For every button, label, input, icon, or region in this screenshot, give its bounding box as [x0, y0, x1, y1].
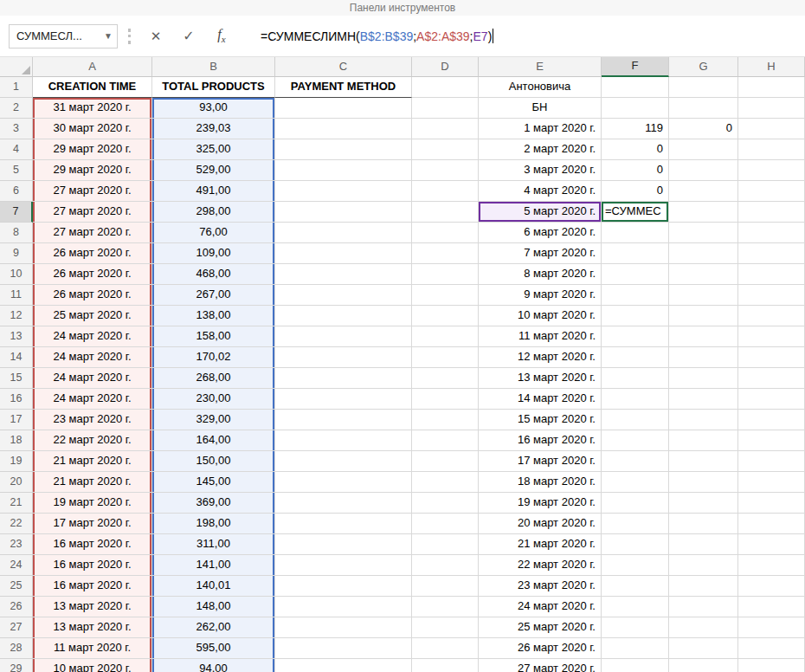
row-header-24[interactable]: 24 [0, 555, 33, 576]
cell-E3[interactable]: 1 март 2020 г. [479, 119, 602, 139]
cell-A4[interactable]: 29 март 2020 г. [33, 139, 152, 160]
cell-B6[interactable]: 491,00 [152, 181, 275, 202]
cell-D19[interactable] [412, 451, 479, 472]
cell-D15[interactable] [412, 368, 479, 389]
cell-C27[interactable] [275, 617, 412, 638]
cell-D29[interactable] [412, 659, 479, 672]
cell-G4[interactable] [669, 139, 738, 160]
cell-E24[interactable]: 22 март 2020 г. [479, 555, 602, 576]
cell-D7[interactable] [412, 202, 479, 223]
cell-H24[interactable] [738, 555, 805, 576]
cell-G15[interactable] [669, 368, 738, 389]
cell-A10[interactable]: 26 март 2020 г. [33, 264, 152, 285]
cell-F6[interactable]: 0 [602, 181, 669, 202]
cell-F19[interactable] [602, 451, 669, 472]
cell-E29[interactable]: 27 март 2020 г. [479, 659, 602, 672]
cell-G29[interactable] [669, 659, 738, 672]
cell-H25[interactable] [738, 576, 805, 597]
cell-H29[interactable] [738, 659, 805, 672]
cell-H17[interactable] [738, 410, 805, 430]
cell-H7[interactable] [738, 202, 805, 223]
cell-B18[interactable]: 164,00 [152, 430, 275, 451]
cell-H21[interactable] [738, 493, 805, 514]
cell-E16[interactable]: 14 март 2020 г. [479, 389, 602, 410]
row-header-28[interactable]: 28 [0, 638, 33, 659]
cell-C16[interactable] [275, 389, 412, 410]
cell-F16[interactable] [602, 389, 669, 410]
cell-G3[interactable]: 0 [669, 119, 738, 139]
cell-A12[interactable]: 25 март 2020 г. [33, 306, 152, 326]
column-header-E[interactable]: E [479, 57, 602, 77]
cell-G27[interactable] [669, 617, 738, 638]
cell-D5[interactable] [412, 160, 479, 181]
cell-A25[interactable]: 16 март 2020 г. [33, 576, 152, 597]
cell-B29[interactable]: 94,00 [152, 659, 275, 672]
cell-G2[interactable] [669, 98, 738, 119]
column-header-A[interactable]: A [33, 57, 152, 77]
column-header-D[interactable]: D [412, 57, 479, 77]
cell-G26[interactable] [669, 597, 738, 617]
cell-F28[interactable] [602, 638, 669, 659]
cell-D23[interactable] [412, 534, 479, 555]
cell-C10[interactable] [275, 264, 412, 285]
cell-A22[interactable]: 17 март 2020 г. [33, 514, 152, 534]
cell-A9[interactable]: 26 март 2020 г. [33, 243, 152, 264]
insert-function-icon[interactable]: fx [209, 27, 235, 44]
row-header-13[interactable]: 13 [0, 326, 33, 347]
cell-G12[interactable] [669, 306, 738, 326]
cell-B13[interactable]: 158,00 [152, 326, 275, 347]
cell-E10[interactable]: 8 март 2020 г. [479, 264, 602, 285]
cell-G16[interactable] [669, 389, 738, 410]
cell-B2[interactable]: 93,00 [152, 98, 275, 119]
cell-C23[interactable] [275, 534, 412, 555]
cell-C3[interactable] [275, 119, 412, 139]
cell-D11[interactable] [412, 285, 479, 306]
cell-D10[interactable] [412, 264, 479, 285]
row-header-16[interactable]: 16 [0, 389, 33, 410]
cell-D1[interactable] [412, 77, 479, 98]
cell-F24[interactable] [602, 555, 669, 576]
row-header-8[interactable]: 8 [0, 223, 33, 243]
cell-B15[interactable]: 268,00 [152, 368, 275, 389]
cell-B7[interactable]: 298,00 [152, 202, 275, 223]
cell-E22[interactable]: 20 март 2020 г. [479, 514, 602, 534]
cell-H11[interactable] [738, 285, 805, 306]
cell-F17[interactable] [602, 410, 669, 430]
cell-E23[interactable]: 21 март 2020 г. [479, 534, 602, 555]
cell-C28[interactable] [275, 638, 412, 659]
row-header-1[interactable]: 1 [0, 77, 33, 98]
cell-C8[interactable] [275, 223, 412, 243]
column-header-G[interactable]: G [669, 57, 738, 77]
cell-G24[interactable] [669, 555, 738, 576]
cell-E26[interactable]: 24 март 2020 г. [479, 597, 602, 617]
cell-E12[interactable]: 10 март 2020 г. [479, 306, 602, 326]
cell-A8[interactable]: 27 март 2020 г. [33, 223, 152, 243]
cell-C20[interactable] [275, 472, 412, 493]
cell-B17[interactable]: 329,00 [152, 410, 275, 430]
cell-D9[interactable] [412, 243, 479, 264]
formula-input[interactable]: =СУММЕСЛИМН(B$2:B$39;A$2:A$39;E7) [261, 29, 493, 43]
cell-C11[interactable] [275, 285, 412, 306]
cell-D25[interactable] [412, 576, 479, 597]
column-header-F[interactable]: F [602, 57, 669, 77]
cell-E20[interactable]: 18 март 2020 г. [479, 472, 602, 493]
cell-A15[interactable]: 24 март 2020 г. [33, 368, 152, 389]
cell-E2[interactable]: БН [479, 98, 602, 119]
row-header-4[interactable]: 4 [0, 139, 33, 160]
cell-E11[interactable]: 9 март 2020 г. [479, 285, 602, 306]
cell-D20[interactable] [412, 472, 479, 493]
cell-D18[interactable] [412, 430, 479, 451]
cell-C29[interactable] [275, 659, 412, 672]
cell-H27[interactable] [738, 617, 805, 638]
cell-E7[interactable]: 5 март 2020 г. [479, 202, 602, 223]
cell-D8[interactable] [412, 223, 479, 243]
cell-A24[interactable]: 16 март 2020 г. [33, 555, 152, 576]
cell-H8[interactable] [738, 223, 805, 243]
row-header-9[interactable]: 9 [0, 243, 33, 264]
row-header-27[interactable]: 27 [0, 617, 33, 638]
cell-G5[interactable] [669, 160, 738, 181]
cell-A7[interactable]: 27 март 2020 г. [33, 202, 152, 223]
cell-C17[interactable] [275, 410, 412, 430]
cell-C12[interactable] [275, 306, 412, 326]
cell-B21[interactable]: 369,00 [152, 493, 275, 514]
